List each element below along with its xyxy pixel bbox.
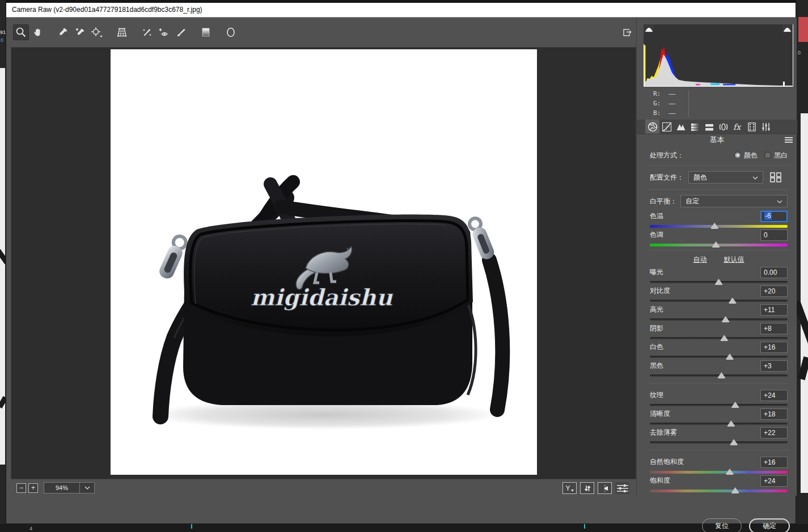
copy-settings-button[interactable]	[598, 482, 612, 494]
default-link[interactable]: 默认值	[724, 255, 744, 265]
blacks-slider[interactable]	[650, 372, 788, 378]
shadows-value-input[interactable]: +8	[760, 323, 788, 334]
vibrance-slider[interactable]	[650, 469, 788, 475]
hand-tool-button[interactable]	[30, 24, 46, 40]
zoom-in-button[interactable]: +	[28, 483, 38, 493]
red-eye-tool-button[interactable]	[156, 24, 172, 40]
saturation-slider[interactable]	[650, 487, 788, 493]
before-after-view-button[interactable]: Y	[562, 482, 577, 494]
whites-slider[interactable]	[650, 354, 788, 360]
fullscreen-icon	[620, 26, 633, 39]
profile-value: 颜色	[693, 173, 707, 182]
zoom-tool-button[interactable]	[13, 24, 29, 40]
clarity-slider[interactable]	[650, 420, 788, 427]
histogram-plot	[644, 25, 792, 86]
tab-camera-calibration[interactable]	[744, 120, 759, 134]
adjustment-brush-tool-button[interactable]	[173, 24, 189, 40]
photo-preview: migidaishu	[111, 49, 537, 475]
contrast-slider[interactable]	[650, 297, 788, 304]
whites-value-input[interactable]: +16	[760, 342, 788, 353]
exposure-label: 曝光	[650, 267, 663, 277]
preferences-button[interactable]	[615, 482, 629, 494]
dialog-footer: 复位 确定	[6, 510, 797, 532]
texture-value-input[interactable]: +24	[760, 390, 788, 401]
panel-title: 基本	[710, 135, 725, 144]
white-balance-tool-button[interactable]	[55, 24, 71, 40]
g-value: ——	[669, 100, 675, 107]
dehaze-slider[interactable]	[650, 439, 788, 445]
adjustments-sidebar: R:—— G:—— B:——	[636, 18, 797, 496]
exposure-slider[interactable]	[650, 279, 788, 285]
split-toning-icon	[704, 122, 714, 132]
saturation-value-input[interactable]: +24	[760, 475, 788, 487]
targeted-adjustment-icon	[90, 26, 104, 39]
blacks-slider-row: 黑色 +3	[650, 360, 788, 378]
camera-raw-dialog: Camera Raw (v2-d90ed01a477279181dad6cdf9…	[6, 2, 796, 524]
graduated-filter-icon	[200, 26, 212, 39]
vibrance-label: 自然饱和度	[650, 457, 684, 467]
b-value: ——	[669, 109, 675, 117]
blacks-value-input[interactable]: +3	[760, 360, 788, 372]
auto-link[interactable]: 自动	[693, 255, 707, 265]
lens-corrections-icon	[718, 122, 729, 132]
detail-icon	[676, 122, 686, 132]
toggle-fullscreen-button[interactable]	[619, 24, 634, 40]
before-after-label: Y	[565, 484, 570, 492]
b-label: B:	[653, 109, 661, 117]
spot-removal-tool-button[interactable]	[139, 24, 155, 40]
zoom-level-dropdown[interactable]	[80, 482, 95, 493]
clarity-value-input[interactable]: +18	[760, 408, 788, 420]
highlights-slider-row: 高光 +11	[650, 304, 788, 322]
tab-tone-curve[interactable]	[659, 120, 674, 134]
color-sampler-tool-button[interactable]	[72, 24, 88, 40]
shadows-slider[interactable]	[650, 335, 788, 341]
zoom-out-button[interactable]: −	[16, 483, 26, 493]
reset-button[interactable]: 复位	[702, 518, 742, 532]
zoom-level-value[interactable]: 94%	[44, 482, 80, 493]
exposure-value-input[interactable]: 0.00	[760, 267, 788, 278]
contrast-value-input[interactable]: +20	[760, 286, 788, 297]
tab-lens-corrections[interactable]	[716, 120, 730, 134]
chevron-down-icon	[752, 176, 758, 180]
tab-split-toning[interactable]	[702, 120, 716, 134]
radial-filter-tool-button[interactable]	[223, 24, 239, 40]
tab-presets[interactable]	[759, 120, 773, 134]
temperature-value-input[interactable]: -6	[760, 211, 788, 222]
tint-slider[interactable]	[650, 241, 788, 248]
tint-value-input[interactable]: 0	[760, 229, 788, 241]
graduated-filter-tool-button[interactable]	[198, 24, 214, 40]
swap-before-after-button[interactable]	[580, 482, 594, 494]
ok-button[interactable]: 确定	[749, 518, 790, 532]
panel-menu-icon[interactable]	[785, 137, 793, 144]
temperature-slider[interactable]	[650, 223, 788, 229]
transform-tool-button[interactable]	[114, 24, 130, 40]
white-balance-label: 白平衡：	[650, 197, 677, 206]
tab-detail[interactable]	[674, 120, 688, 134]
white-balance-value: 自定	[686, 197, 699, 206]
tab-hsl-grayscale[interactable]	[688, 120, 702, 134]
histogram[interactable]	[644, 24, 793, 87]
vibrance-value-input[interactable]: +16	[760, 457, 788, 468]
highlights-value-input[interactable]: +11	[760, 304, 788, 316]
tab-effects[interactable]: fx	[730, 120, 744, 134]
dialog-title: Camera Raw (v2-d90ed01a477279181dad6cdf9…	[12, 6, 202, 14]
treatment-color-radio[interactable]	[734, 152, 741, 159]
profile-dropdown[interactable]: 颜色	[688, 171, 763, 184]
treatment-color-label: 颜色	[744, 151, 758, 160]
texture-slider[interactable]	[650, 402, 788, 408]
highlights-slider[interactable]	[650, 316, 788, 322]
separator	[649, 189, 789, 190]
tab-basic[interactable]	[645, 120, 659, 134]
dialog-titlebar[interactable]: Camera Raw (v2-d90ed01a477279181dad6cdf9…	[6, 3, 796, 18]
dehaze-value-input[interactable]: +22	[760, 427, 788, 439]
basic-aperture-icon	[648, 122, 658, 132]
r-value: ——	[669, 90, 675, 97]
background-fragment: 91	[0, 29, 6, 35]
treatment-bw-radio[interactable]	[764, 152, 771, 159]
targeted-adjustment-tool-button[interactable]	[89, 24, 105, 40]
profile-browser-icon[interactable]	[769, 171, 782, 184]
image-canvas[interactable]: migidaishu	[11, 47, 636, 479]
chevron-down-icon	[777, 200, 782, 203]
background-close-button-fragment	[798, 17, 808, 42]
white-balance-dropdown[interactable]: 自定	[680, 195, 788, 207]
